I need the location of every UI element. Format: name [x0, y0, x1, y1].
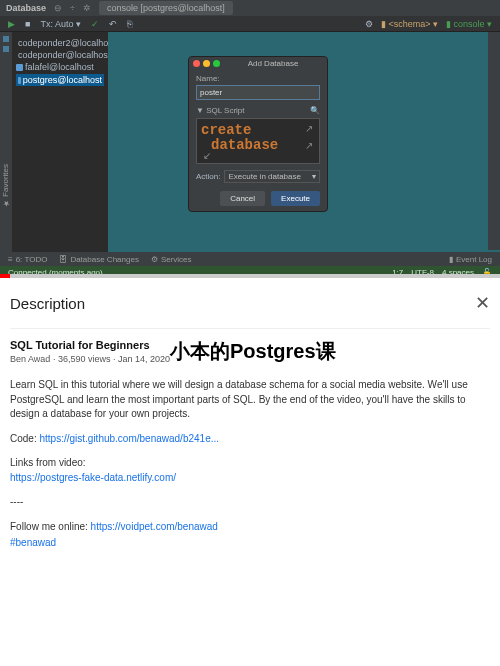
db-item[interactable]: falafel@localhost: [16, 62, 104, 72]
description-body: Learn SQL in this tutorial where we will…: [10, 378, 490, 551]
db-item[interactable]: codeponder@localhost: [16, 50, 104, 60]
minimize-traffic-light[interactable]: [203, 60, 210, 67]
search-icon[interactable]: 🔍: [310, 106, 320, 115]
expand-arrow-icon[interactable]: ↗: [305, 140, 313, 151]
commit-icon[interactable]: ✓: [91, 19, 99, 29]
ide-toolbar: ▶ ■ Tx: Auto ▾ ✓ ↶ ⎘ ⚙ ▮ <schema> ▾ ▮ co…: [0, 16, 500, 32]
sql-keyword: create: [201, 123, 315, 138]
code-link[interactable]: https://gist.github.com/benawad/b241e...: [39, 433, 219, 444]
db-item[interactable]: codeponder2@localhost: [16, 38, 104, 48]
close-traffic-light[interactable]: [193, 60, 200, 67]
db-changes-tab[interactable]: 🗄 Database Changes: [59, 255, 139, 264]
export-icon[interactable]: ⎘: [127, 19, 132, 29]
tab-database[interactable]: Database: [6, 3, 46, 13]
external-link[interactable]: https://postgres-fake-data.netlify.com/: [10, 472, 176, 483]
separator-text: ----: [10, 495, 490, 510]
database-tree: codeponder2@localhost codeponder@localho…: [12, 32, 108, 256]
db-item-selected[interactable]: postgres@localhost: [16, 74, 104, 86]
sql-script-label[interactable]: ▼ SQL Script: [196, 106, 245, 115]
left-gutter: [0, 32, 12, 256]
ide-window: Database ⊖ ÷ ✲ console [postgres@localho…: [0, 0, 500, 278]
settings-icon[interactable]: ⚙: [365, 19, 373, 29]
description-text: Learn SQL in this tutorial where we will…: [10, 378, 490, 422]
close-icon[interactable]: ✕: [475, 292, 490, 314]
execute-button[interactable]: Execute: [271, 191, 320, 206]
bottom-tool-bar: ≡ 6: TODO 🗄 Database Changes ⚙ Services …: [0, 252, 500, 266]
tool-window-icon[interactable]: [3, 46, 9, 52]
run-icon[interactable]: ▶: [8, 19, 15, 29]
divider: [10, 328, 490, 329]
add-database-dialog: Add Database Name: ▼ SQL Script 🔍 create…: [188, 56, 328, 212]
zoom-traffic-light[interactable]: [213, 60, 220, 67]
event-log-tab[interactable]: ▮ Event Log: [449, 255, 492, 264]
tool-window-icon[interactable]: [3, 36, 9, 42]
favorites-tab[interactable]: ★ Favorites: [0, 160, 11, 212]
links-label: Links from video:: [10, 457, 86, 468]
expand-arrow-icon[interactable]: ↙: [203, 150, 211, 161]
expand-arrow-icon[interactable]: ↗: [305, 123, 313, 134]
ide-tab-bar: Database ⊖ ÷ ✲ console [postgres@localho…: [0, 0, 500, 16]
action-label: Action:: [196, 172, 220, 181]
sql-preview: create database ↗ ↗ ↙: [196, 118, 320, 164]
follow-link[interactable]: https://voidpet.com/benawad: [91, 521, 218, 532]
stop-icon[interactable]: ■: [25, 19, 30, 29]
name-input[interactable]: [196, 85, 320, 100]
dialog-titlebar: Add Database: [189, 57, 327, 69]
right-gutter: [488, 32, 500, 250]
tx-mode[interactable]: Tx: Auto ▾: [40, 19, 81, 29]
schema-selector[interactable]: ▮ <schema> ▾: [381, 19, 438, 29]
name-label: Name:: [196, 74, 320, 83]
description-panel: Description ✕ SQL Tutorial for Beginners…: [0, 278, 500, 571]
overlay-caption: 小本的Postgres课: [170, 338, 336, 365]
dialog-title: Add Database: [223, 59, 323, 68]
console-selector[interactable]: ▮ console ▾: [446, 19, 492, 29]
code-label: Code:: [10, 433, 39, 444]
action-select[interactable]: Execute in database▾: [224, 170, 320, 183]
services-tab[interactable]: ⚙ Services: [151, 255, 192, 264]
rollback-icon[interactable]: ↶: [109, 19, 117, 29]
follow-label: Follow me online:: [10, 521, 91, 532]
todo-tab[interactable]: ≡ 6: TODO: [8, 255, 47, 264]
collapse-icon[interactable]: ⊖: [54, 3, 62, 13]
description-heading: Description: [10, 295, 85, 312]
cancel-button[interactable]: Cancel: [220, 191, 265, 206]
gear-icon[interactable]: ✲: [83, 3, 91, 13]
divide-icon[interactable]: ÷: [70, 3, 75, 13]
tab-console[interactable]: console [postgres@localhost]: [99, 1, 233, 15]
hashtag-link[interactable]: #benawad: [10, 537, 56, 548]
sql-keyword: database: [211, 138, 315, 153]
